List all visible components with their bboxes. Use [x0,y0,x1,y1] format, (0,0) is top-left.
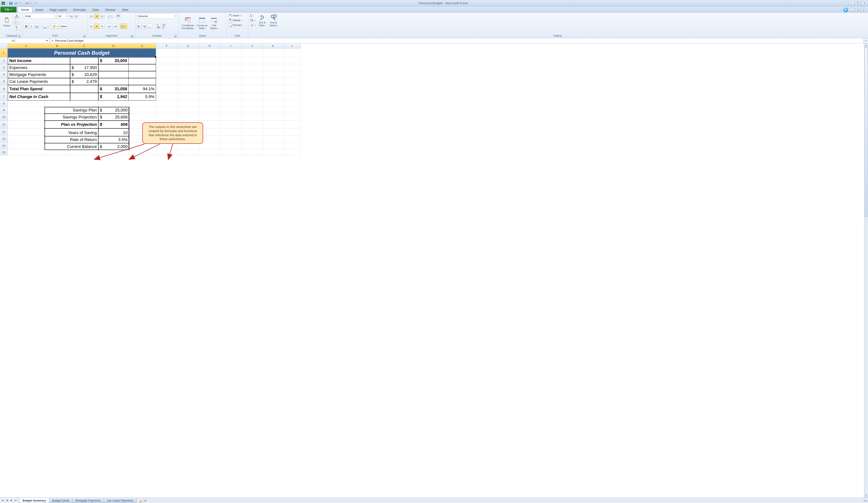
cell-b14[interactable]: Current Balance [44,143,98,150]
col-header-B[interactable]: B [44,43,70,49]
row-header-2[interactable]: 2 [0,57,8,64]
sheet-tab-budget-detail[interactable]: Budget Detail [49,498,72,503]
cell-title[interactable]: Personal Cash Budget [8,49,156,57]
col-header-E[interactable]: E [129,43,156,49]
bold-button[interactable]: B [24,24,29,29]
copy-icon[interactable] [13,19,20,24]
cell-e3[interactable] [129,64,156,71]
cell-d10[interactable]: $25,606 [98,114,129,120]
col-header-H[interactable]: H [199,43,220,49]
restore-button[interactable]: ❐ [855,1,861,5]
undo-icon[interactable] [14,1,19,6]
increase-indent-icon[interactable]: ⇥ [113,24,117,29]
fx-icon[interactable]: fx [51,39,53,42]
cell-e7[interactable]: 5.9% [129,93,156,101]
sort-filter-button[interactable]: AZ Sort & Filter [257,13,267,27]
row-header-9[interactable]: 9 [0,107,8,114]
tab-home[interactable]: Home [18,7,32,12]
decrease-indent-icon[interactable]: ⇤ [107,24,112,29]
number-format-combo[interactable]: General▾ [137,13,177,19]
align-left-icon[interactable]: ≡ [89,24,94,29]
align-middle-icon[interactable]: ≡ [94,13,99,19]
orientation-icon[interactable]: ⤢ [107,13,113,19]
cell-d2[interactable]: $33,000 [98,57,129,64]
align-bottom-icon[interactable]: ≡ [100,13,105,19]
row-header-12[interactable]: 12 [0,128,8,135]
cell-c4[interactable]: $10,629 [70,71,98,78]
horizontal-scrollbar[interactable]: ◀ ▶ [142,497,868,503]
sheet-tab-budget-summary[interactable]: Budget Summary [19,498,49,503]
borders-button[interactable] [42,24,49,29]
tab-prev-icon[interactable]: ◀ [5,499,9,502]
insert-worksheet-icon[interactable] [136,499,142,503]
increase-decimal-icon[interactable]: .0.00 [156,24,161,29]
select-all-corner[interactable] [0,43,8,49]
cell-d13[interactable]: 3.5% [98,136,129,143]
col-header-L[interactable]: L [283,43,301,49]
name-box[interactable]: A1 [0,38,50,43]
find-select-button[interactable]: Find & Select [268,13,279,27]
alignment-launcher[interactable]: ◢ [131,34,133,38]
row-header-1[interactable]: 1 [0,49,8,57]
cell-b9[interactable]: Savings Plan [44,107,98,114]
cell-d4[interactable] [98,71,129,78]
shrink-font-icon[interactable]: A▾ [74,13,79,19]
col-header-D[interactable]: D [98,43,129,49]
cell-c2[interactable] [70,57,98,64]
tab-view[interactable]: View [118,7,132,12]
scroll-up-button[interactable]: ▲ [864,43,868,47]
decrease-decimal-icon[interactable]: .00.0 [161,24,166,29]
autosum-button[interactable]: Σ [249,13,256,18]
ribbon-minimize-icon[interactable]: ˆ [841,9,842,12]
fill-color-button[interactable] [51,24,59,29]
tab-first-icon[interactable]: ⏮ [1,499,5,502]
cell-e2[interactable] [129,57,156,64]
row-header-7[interactable]: 7 [0,93,8,101]
cell-c3[interactable]: $17,950 [70,64,98,71]
merge-center-icon[interactable]: a [120,24,127,29]
grow-font-icon[interactable]: A▴ [69,13,73,19]
fill-button[interactable] [249,18,256,23]
vertical-scrollbar[interactable]: ▲ ▼ [864,43,868,497]
insert-cells-button[interactable]: Insert [228,13,247,18]
format-cells-button[interactable]: Format [228,23,247,27]
row-header-11[interactable]: 11 [0,120,8,128]
accounting-format-icon[interactable]: $ [137,24,142,29]
cut-icon[interactable] [13,13,20,19]
print-icon[interactable] [25,1,30,6]
cell-a3[interactable]: Expenses [8,64,70,71]
cell-a2[interactable]: Net Income [8,57,70,64]
scroll-down-button[interactable]: ▼ [864,493,868,497]
row-header-14[interactable]: 14 [0,142,8,149]
col-header-J[interactable]: J [242,43,263,49]
tab-data[interactable]: Data [89,7,102,12]
cell-d9[interactable]: $25,000 [98,107,129,114]
redo-icon[interactable] [20,1,24,6]
delete-cells-button[interactable]: Delete [228,18,247,23]
paste-button[interactable]: Paste [2,13,12,30]
tab-next-icon[interactable]: ▶ [10,499,13,502]
row-header-10[interactable]: 10 [0,114,8,120]
cell-b13[interactable]: Rate of Return [44,136,98,143]
percent-format-icon[interactable]: % [142,24,147,29]
row-header-3[interactable]: 3 [0,64,8,71]
italic-button[interactable]: I [29,24,34,29]
col-header-F[interactable]: F [156,43,177,49]
format-as-table-button[interactable]: Format as Table [196,13,209,33]
cell-d6[interactable]: $31,058 [98,85,129,93]
cell-e4[interactable] [129,71,156,78]
scroll-right-button[interactable]: ▶ [864,499,868,502]
col-header-A[interactable]: A [8,43,44,49]
col-header-K[interactable]: K [263,43,283,49]
font-color-button[interactable]: A [59,24,68,29]
workbook-close-button[interactable]: ✕ [861,8,866,12]
cell-d3[interactable] [98,64,129,71]
sheet-tab-car-lease-payments[interactable]: Car Lease Payments [104,498,136,503]
cell-d11[interactable]: $606 [98,120,129,128]
font-name-combo[interactable]: Arial▾ [24,13,56,19]
cell-e5[interactable] [129,78,156,85]
font-size-combo[interactable]: 14▾ [57,13,68,19]
formula-input[interactable]: Personal Cash Budget [55,39,861,42]
cell-e6[interactable]: 94.1% [129,85,156,93]
tab-file[interactable]: File▾ [0,7,17,12]
